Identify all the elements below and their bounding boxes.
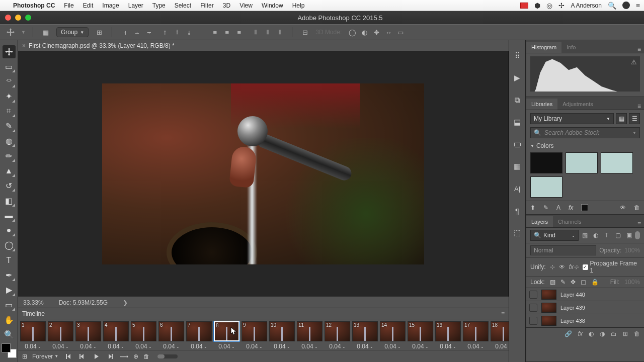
- type-tool[interactable]: T: [3, 254, 16, 267]
- timeline-frame[interactable]: 110.04⌄: [297, 321, 323, 350]
- dock-3d-icon[interactable]: ⬚: [511, 227, 523, 238]
- move-tool-options-icon[interactable]: [5, 27, 16, 38]
- shape-tool[interactable]: ▭: [3, 299, 16, 312]
- filter-adjust-icon[interactable]: ◐: [591, 230, 601, 240]
- dropbox-icon[interactable]: ⬢: [534, 2, 540, 10]
- lib-delete-icon[interactable]: 🗑: [634, 204, 640, 211]
- menu-filter[interactable]: Filter: [200, 2, 214, 9]
- tab-info[interactable]: Info: [561, 42, 581, 53]
- screenrec-icon[interactable]: [520, 3, 528, 9]
- layer-mask-icon[interactable]: ◐: [589, 330, 594, 337]
- menu-select[interactable]: Select: [175, 2, 191, 9]
- blend-mode-dropdown[interactable]: Normal: [530, 245, 596, 255]
- timeline-frame[interactable]: 70.04⌄: [186, 321, 212, 350]
- library-color-swatch[interactable]: [566, 152, 598, 173]
- first-frame-button[interactable]: [63, 352, 72, 360]
- crop-tool[interactable]: ⌗: [3, 105, 16, 118]
- dock-brushes-icon[interactable]: ⠿: [511, 50, 523, 61]
- lock-pixels-icon[interactable]: ▧: [550, 279, 555, 286]
- tab-layers[interactable]: Layers: [526, 216, 553, 227]
- add-brush-icon[interactable]: ✎: [543, 204, 548, 211]
- visibility-toggle[interactable]: [529, 304, 537, 312]
- layer-row[interactable]: Layer 438: [526, 314, 644, 327]
- filter-type-icon[interactable]: T: [602, 230, 612, 240]
- menu-type[interactable]: Type: [152, 2, 166, 9]
- timeline-frame[interactable]: 10.04⌄: [20, 321, 46, 350]
- delete-frame-icon[interactable]: 🗑: [143, 353, 149, 360]
- colors-section-header[interactable]: ▼Colors: [530, 142, 640, 149]
- hand-tool[interactable]: ✋: [3, 313, 16, 326]
- distribute-bottom-icon[interactable]: ≡: [233, 27, 245, 38]
- timeline-frame[interactable]: 120.04⌄: [325, 321, 350, 350]
- timeline-frame[interactable]: 50.04⌄: [131, 321, 156, 350]
- canvas-area[interactable]: [18, 51, 509, 297]
- magic-wand-tool[interactable]: ✦: [3, 90, 16, 103]
- timeline-frame[interactable]: 150.04⌄: [408, 321, 433, 350]
- timeline-menu-icon[interactable]: ≡: [501, 310, 505, 317]
- timeline-frame[interactable]: 20.04⌄: [48, 321, 73, 350]
- menu-image[interactable]: Image: [102, 2, 119, 9]
- path-select-tool[interactable]: ▶: [3, 284, 16, 297]
- tween-icon[interactable]: ⟿: [120, 353, 128, 360]
- dock-styles-icon[interactable]: ▦: [511, 161, 523, 172]
- brush-tool[interactable]: ✏: [3, 149, 16, 162]
- layers-menu-icon[interactable]: ≡: [634, 220, 644, 227]
- zoom-level[interactable]: 33.33%: [23, 299, 44, 306]
- eraser-tool[interactable]: ◧: [3, 194, 16, 207]
- align-right-icon[interactable]: ⫟: [143, 27, 154, 38]
- tab-libraries[interactable]: Libraries: [526, 99, 557, 110]
- group-layers-icon[interactable]: 🗀: [611, 330, 617, 337]
- blur-tool[interactable]: ●: [3, 224, 16, 237]
- distribute-top-icon[interactable]: ≡: [209, 27, 220, 38]
- library-grid-view-icon[interactable]: ▦: [616, 113, 627, 124]
- tab-adjustments[interactable]: Adjustments: [557, 99, 598, 110]
- unify-visibility-icon[interactable]: 👁: [559, 263, 565, 270]
- align-bottom-icon[interactable]: ⫰: [184, 27, 195, 38]
- lib-share-icon[interactable]: 👁: [620, 204, 626, 211]
- library-dropdown[interactable]: My Library▼: [530, 113, 614, 124]
- distribute-left-icon[interactable]: ⦀: [250, 27, 261, 38]
- distribute-h-icon[interactable]: ⦀: [262, 27, 273, 38]
- timeline-frame[interactable]: 180.04⌄: [491, 321, 509, 350]
- history-brush-tool[interactable]: ↺: [3, 179, 16, 193]
- library-color-swatch[interactable]: [530, 176, 562, 198]
- auto-align-icon[interactable]: ⊟: [299, 27, 310, 38]
- menu-3d[interactable]: 3D: [223, 2, 230, 9]
- visibility-toggle[interactable]: [529, 291, 537, 299]
- timeline-frame[interactable]: 170.04⌄: [463, 321, 489, 350]
- distribute-right-icon[interactable]: ⦀: [274, 27, 285, 38]
- sync-icon[interactable]: ✢: [558, 2, 565, 10]
- document-tab[interactable]: × First Cinemagraph.psd @ 33.3% (Layer 4…: [18, 40, 509, 51]
- pen-tool[interactable]: ✒: [3, 268, 16, 282]
- timeline-frame[interactable]: 90.04⌄: [242, 321, 267, 350]
- menu-help[interactable]: Help: [292, 2, 305, 9]
- lock-move-icon[interactable]: ✥: [571, 279, 576, 286]
- move-tool[interactable]: [3, 45, 16, 58]
- layer-filter-kind[interactable]: 🔍Kind⌄: [530, 230, 579, 241]
- menu-extra-icon[interactable]: ≡: [636, 2, 640, 10]
- dock-para-icon[interactable]: ¶: [511, 205, 523, 216]
- timeline-scrollbar[interactable]: [157, 354, 178, 358]
- align-center-v-icon[interactable]: ⫲: [172, 27, 183, 38]
- next-frame-button[interactable]: [106, 352, 115, 360]
- add-graphic-icon[interactable]: ⬆: [530, 204, 535, 211]
- prev-frame-button[interactable]: [77, 352, 87, 360]
- siri-icon[interactable]: [622, 2, 630, 9]
- close-window-button[interactable]: [5, 15, 11, 21]
- timeline-frame[interactable]: 130.04⌄: [352, 321, 378, 350]
- dock-device-icon[interactable]: 🖵: [511, 139, 523, 150]
- unify-position-icon[interactable]: ⊹: [550, 263, 555, 270]
- menu-file[interactable]: File: [64, 2, 73, 9]
- adjustment-layer-icon[interactable]: ◑: [600, 330, 605, 337]
- filter-smart-icon[interactable]: ▣: [624, 230, 634, 240]
- dock-properties-icon[interactable]: ⬓: [511, 117, 523, 128]
- dock-history-icon[interactable]: ⧉: [511, 95, 523, 106]
- timeline-frame[interactable]: 60.04⌄: [158, 321, 184, 350]
- loop-dropdown[interactable]: Forever▼: [32, 353, 58, 360]
- layer-row[interactable]: Layer 440: [526, 288, 644, 301]
- align-center-h-icon[interactable]: ⫠: [131, 27, 142, 38]
- menu-edit[interactable]: Edit: [83, 2, 94, 9]
- lock-artboard-icon[interactable]: ▢: [581, 279, 586, 286]
- zoom-window-button[interactable]: [25, 15, 31, 21]
- menu-layer[interactable]: Layer: [128, 2, 143, 9]
